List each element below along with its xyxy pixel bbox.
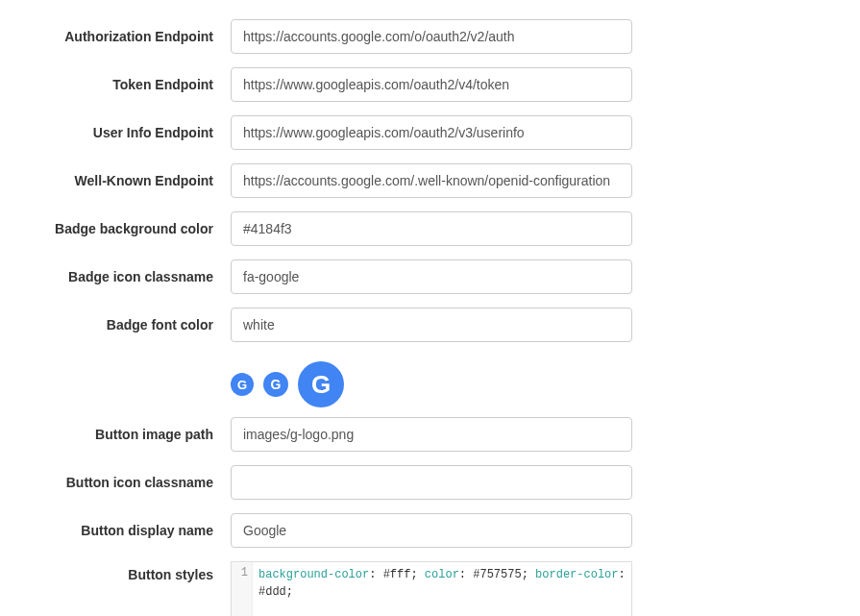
badge-preview-small: G [231, 373, 254, 396]
button-styles-code[interactable]: background-color: #fff; color: #757575; … [253, 562, 631, 616]
badge-icon-classname-input[interactable] [231, 259, 632, 294]
button-display-name-label: Button display name [38, 523, 231, 538]
token-endpoint-label: Token Endpoint [38, 77, 231, 92]
badge-preview-row: G G G [231, 356, 822, 417]
button-icon-classname-label: Button icon classname [38, 475, 231, 490]
auth-endpoint-label: Authorization Endpoint [38, 29, 231, 44]
wellknown-endpoint-input[interactable] [231, 163, 632, 198]
badge-icon-classname-label: Badge icon classname [38, 269, 231, 284]
button-image-path-input[interactable] [231, 417, 632, 452]
badge-font-color-label: Badge font color [38, 317, 231, 333]
auth-endpoint-input[interactable] [231, 19, 632, 54]
badge-bg-color-label: Badge background color [38, 221, 231, 236]
code-gutter: 1 [232, 562, 253, 616]
button-styles-editor[interactable]: 1 background-color: #fff; color: #757575… [231, 561, 632, 616]
button-icon-classname-input[interactable] [231, 465, 632, 500]
badge-bg-color-input[interactable] [231, 211, 632, 246]
badge-preview-large: G [298, 361, 344, 407]
button-styles-label: Button styles [38, 561, 231, 582]
wellknown-endpoint-label: Well-Known Endpoint [38, 173, 231, 188]
badge-font-color-input[interactable] [231, 308, 632, 342]
userinfo-endpoint-input[interactable] [231, 115, 632, 150]
button-image-path-label: Button image path [38, 427, 231, 442]
userinfo-endpoint-label: User Info Endpoint [38, 125, 231, 140]
button-display-name-input[interactable] [231, 513, 632, 548]
badge-preview-medium: G [263, 372, 288, 397]
token-endpoint-input[interactable] [231, 67, 632, 102]
